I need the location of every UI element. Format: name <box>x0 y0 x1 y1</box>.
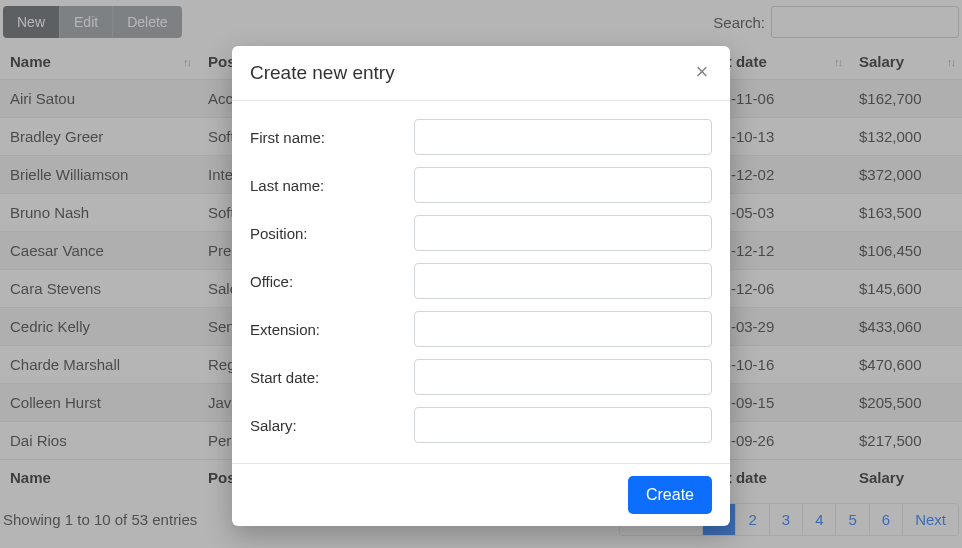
form-row-start-date: Start date: <box>250 357 712 397</box>
last-name-field[interactable] <box>414 167 712 203</box>
extension-label: Extension: <box>250 321 414 338</box>
form-row-position: Position: <box>250 213 712 253</box>
form-row-first-name: First name: <box>250 117 712 157</box>
office-label: Office: <box>250 273 414 290</box>
modal-body: First name: Last name: Position: Office:… <box>232 101 730 463</box>
form-row-extension: Extension: <box>250 309 712 349</box>
form-row-last-name: Last name: <box>250 165 712 205</box>
start-date-label: Start date: <box>250 369 414 386</box>
form-row-salary: Salary: <box>250 405 712 445</box>
salary-label: Salary: <box>250 417 414 434</box>
create-button[interactable]: Create <box>628 476 712 514</box>
start-date-field[interactable] <box>414 359 712 395</box>
modal-footer: Create <box>232 463 730 526</box>
modal-title: Create new entry <box>250 62 395 84</box>
form-row-office: Office: <box>250 261 712 301</box>
salary-field[interactable] <box>414 407 712 443</box>
position-label: Position: <box>250 225 414 242</box>
first-name-label: First name: <box>250 129 414 146</box>
office-field[interactable] <box>414 263 712 299</box>
close-icon[interactable]: × <box>692 63 712 83</box>
first-name-field[interactable] <box>414 119 712 155</box>
extension-field[interactable] <box>414 311 712 347</box>
modal-header: Create new entry × <box>232 46 730 101</box>
last-name-label: Last name: <box>250 177 414 194</box>
position-field[interactable] <box>414 215 712 251</box>
create-entry-modal: Create new entry × First name: Last name… <box>232 46 730 526</box>
